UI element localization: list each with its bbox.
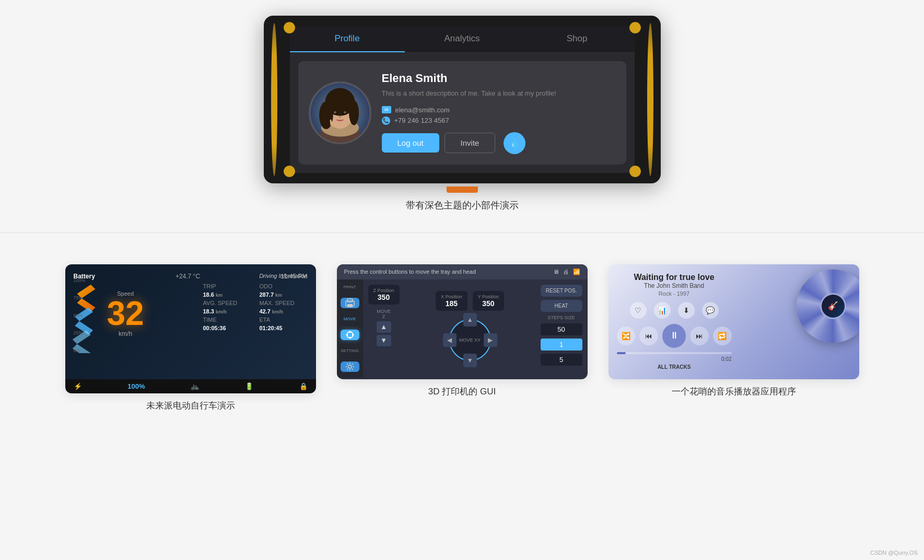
trip-value: 18.6 km <box>203 291 251 298</box>
dpad-left[interactable]: ◀ <box>443 333 457 347</box>
reset-pos-button[interactable]: RESET POS. <box>541 285 582 297</box>
bike-dashboard: Battery +24.7 °C 11:45 PM <box>65 264 316 379</box>
email-icon: ✉ <box>382 106 391 113</box>
battery-percent-icon: ⚡ <box>74 382 82 390</box>
svg-point-13 <box>338 115 342 118</box>
axis-controls: Z Position 350 MOVE Z ▲ ▼ <box>368 285 400 372</box>
progress-bar[interactable] <box>617 352 732 354</box>
tab-bar: Profile Analytics Shop <box>290 26 635 53</box>
move-z-down[interactable]: ▼ <box>377 335 391 346</box>
dpad-right[interactable]: ▶ <box>484 333 497 347</box>
like-button[interactable]: ♡ <box>630 302 647 319</box>
printer-caption: 3D 打印机的 GUI <box>337 386 588 398</box>
stats-button[interactable]: 📊 <box>654 302 671 319</box>
time-value: 00:05:36 <box>203 325 251 331</box>
vinyl-container: 🎸 <box>797 270 859 343</box>
speed-section: Speed 32 km/h <box>107 290 144 337</box>
bar-50: 50% <box>74 313 86 318</box>
move-z-up[interactable]: ▲ <box>377 321 391 333</box>
repeat-button[interactable]: 🔁 <box>713 326 732 345</box>
tab-shop[interactable]: Shop <box>520 26 635 52</box>
phone-row: 📞 +79 246 123 4567 <box>382 116 616 125</box>
y-position-box: Y Position 350 <box>473 291 504 311</box>
printer-right-controls: RESET POS. HEAT STEPS SIZE 50 1 5 <box>541 285 582 372</box>
bike-icon: 🚲 <box>191 382 199 390</box>
step-5[interactable]: 5 <box>541 354 582 366</box>
svg-rect-19 <box>347 299 353 302</box>
playback-controls: 🔀 ⏮ ⏸ ⏭ 🔁 <box>617 324 732 348</box>
print-label: PRINT <box>344 285 356 289</box>
printer-body: PRINT MOVE SETTING <box>337 279 588 378</box>
tab-profile[interactable]: Profile <box>290 26 405 52</box>
dpad-down[interactable]: ▼ <box>463 354 477 367</box>
progress-time: 0:02 <box>617 356 732 362</box>
bar-labels: 100% 75% 50% 25% 0% <box>74 278 86 353</box>
print-button[interactable] <box>341 298 359 308</box>
display-icon: 🖨 <box>563 269 569 275</box>
x-position-label: X Position <box>441 294 462 299</box>
charge-icon: 🔋 <box>245 382 253 390</box>
vinyl-outer: 🎸 <box>797 270 859 343</box>
svg-point-8 <box>349 100 359 125</box>
dpad-up[interactable]: ▲ <box>463 313 477 326</box>
move-z-label: MOVE Z <box>377 309 391 319</box>
device-screen: Profile Analytics Shop <box>290 26 635 173</box>
shuffle-button[interactable]: 🔀 <box>617 326 636 345</box>
top-caption: 带有深色主题的小部件演示 <box>406 199 519 212</box>
prev-button[interactable]: ⏮ <box>639 326 658 345</box>
more-button[interactable]: 💬 <box>702 302 719 319</box>
email-row: ✉ elena@smith.com <box>382 106 616 114</box>
avatar-image <box>310 81 370 144</box>
bike-caption: 未来派电动自行车演示 <box>65 400 316 412</box>
max-speed-label: MAX. SPEED <box>260 300 308 306</box>
bar-25: 25% <box>74 330 86 335</box>
speed-value: 32 <box>107 297 144 330</box>
vinyl-image: 🎸 <box>822 295 845 318</box>
bottom-section: Battery +24.7 °C 11:45 PM <box>0 264 924 427</box>
profile-card: Elena Smith This is a short description … <box>298 61 626 165</box>
bar-100: 100% <box>74 278 86 283</box>
progress-fill <box>617 352 626 354</box>
invite-button[interactable]: Invite <box>445 133 496 153</box>
music-genre: Rock - 1997 <box>617 290 732 297</box>
z-position-box: Z Position 350 <box>368 285 400 305</box>
setting-button[interactable] <box>341 361 359 372</box>
printer-dashboard: Press the control buttons to move the tr… <box>337 264 588 379</box>
xy-position-labels: X Position 185 Y Position 350 <box>436 291 504 311</box>
y-position-label: Y Position <box>478 294 499 299</box>
wifi-icon: 📶 <box>573 269 580 275</box>
bar-75: 75% <box>74 295 86 300</box>
dpad: MOVE XY ▲ ▼ ◀ ▶ <box>444 314 496 366</box>
odo-label: ODO <box>260 283 308 289</box>
play-pause-button[interactable]: ⏸ <box>662 324 686 348</box>
tab-analytics[interactable]: Analytics <box>405 26 520 52</box>
printer-card-wrapper: Press the control buttons to move the tr… <box>337 264 588 412</box>
profile-info: Elena Smith This is a short description … <box>382 72 616 154</box>
x-position-value: 185 <box>441 299 462 308</box>
printer-header-icons: 🖥 🖨 📶 <box>553 269 580 275</box>
top-section: Profile Analytics Shop <box>0 0 924 212</box>
next-button[interactable]: ⏭ <box>690 326 709 345</box>
xy-controls: X Position 185 Y Position 350 <box>436 291 504 366</box>
odo-value: 287.7 km <box>260 291 308 298</box>
step-50[interactable]: 50 <box>541 323 582 335</box>
printer-header-text: Press the control buttons to move the tr… <box>344 269 476 275</box>
svg-point-12 <box>343 111 346 113</box>
action-row: Log out Invite 💧 <box>382 132 616 154</box>
connector-bottom <box>447 186 478 193</box>
eta-value: 01:20:45 <box>260 325 308 331</box>
music-info: Waiting for true love The John Smith Ban… <box>617 273 732 370</box>
bike-card-wrapper: Battery +24.7 °C 11:45 PM <box>65 264 316 412</box>
temp-display: +24.7 °C <box>176 273 200 280</box>
heat-button[interactable]: HEAT <box>541 300 582 312</box>
music-title: Waiting for true love <box>617 273 732 282</box>
logout-button[interactable]: Log out <box>382 133 439 153</box>
music-card-wrapper: 🎸 Waiting for true love The John Smith B… <box>609 264 859 412</box>
drop-button[interactable]: 💧 <box>504 132 525 154</box>
move-label: MOVE <box>344 317 356 321</box>
step-1[interactable]: 1 <box>541 339 582 351</box>
phone-icon: 📞 <box>382 116 390 125</box>
download-button[interactable]: ⬇ <box>678 302 695 319</box>
move-button[interactable] <box>341 330 359 340</box>
all-tracks-label[interactable]: ALL TRACKS <box>617 364 732 370</box>
